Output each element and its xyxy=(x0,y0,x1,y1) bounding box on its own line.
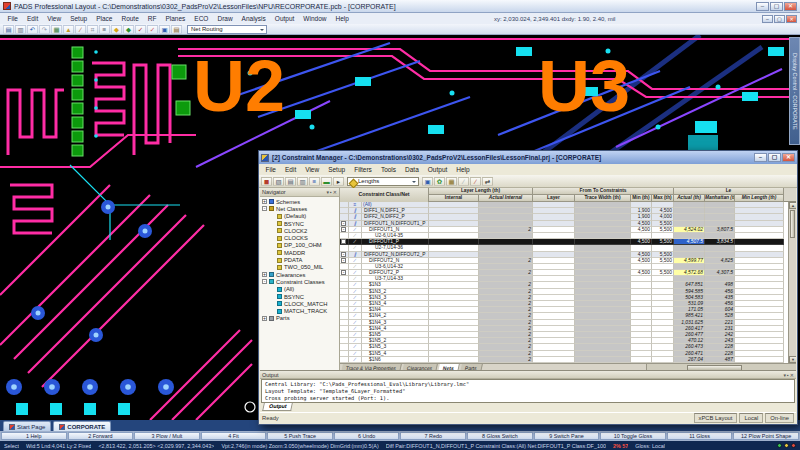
tree-item-bsync[interactable]: BSYNC xyxy=(262,220,339,227)
expand-icon[interactable]: + xyxy=(262,316,267,321)
cm-menu-tools[interactable]: Tools xyxy=(376,166,400,173)
navigator-pin-icon[interactable]: ▪ xyxy=(330,189,332,195)
cm-menu-output[interactable]: Output xyxy=(423,166,452,173)
tree-item-clearances[interactable]: +Clearances xyxy=(262,271,339,278)
menu-setup[interactable]: Setup xyxy=(66,15,92,22)
drc-check-icon[interactable]: ✓ xyxy=(135,25,146,34)
display-control-icon[interactable]: ▣ xyxy=(159,25,170,34)
sheet-row-1n6[interactable]: ∕$1N62267.04487 xyxy=(340,357,788,363)
menu-window[interactable]: Window xyxy=(299,15,331,22)
output-pin-icon[interactable]: ▪ xyxy=(787,372,789,378)
column-header-layer[interactable]: Layer xyxy=(533,195,575,202)
verify-icon[interactable]: ✿ xyxy=(434,177,445,186)
cm-menu-edit[interactable]: Edit xyxy=(280,166,300,173)
menu-place[interactable]: Place xyxy=(92,15,117,22)
menu-edit[interactable]: Edit xyxy=(22,15,42,22)
tree-item-maddr[interactable]: MADDR xyxy=(262,249,339,256)
fkey-2-forward[interactable]: 2 Forward xyxy=(68,432,134,440)
minimize-button[interactable]: – xyxy=(762,15,773,23)
column-header-min-th[interactable]: Min (th) xyxy=(631,195,652,202)
cm-menu-setup[interactable]: Setup xyxy=(324,166,350,173)
cell-name[interactable]: $1N6 xyxy=(362,357,429,363)
cell-internal[interactable] xyxy=(429,357,479,363)
filter-icon[interactable]: ▦ xyxy=(446,177,457,186)
menu-draw[interactable]: Draw xyxy=(213,15,237,22)
menu-rf[interactable]: RF xyxy=(143,15,161,22)
route-diamond-icon[interactable]: ◆ xyxy=(123,25,134,34)
close-button[interactable]: ✕ xyxy=(786,15,797,23)
sheet-vertical-scrollbar[interactable]: ▲ ▼ xyxy=(788,202,796,363)
cm-menu-view[interactable]: View xyxy=(301,166,324,173)
print-icon[interactable]: ▥ xyxy=(15,25,26,34)
tree-item-clock2[interactable]: CLOCK2 xyxy=(262,227,339,234)
cm-menu-help[interactable]: Help xyxy=(452,166,474,173)
cell-ai[interactable]: 2 xyxy=(479,357,533,363)
show-actuals-icon[interactable]: ▣ xyxy=(422,177,433,186)
collapse-icon[interactable]: - xyxy=(262,279,267,284)
collapse-icon[interactable]: - xyxy=(341,258,346,263)
tree-item-net-classes[interactable]: -Net Classes xyxy=(262,205,339,212)
route-icon[interactable]: ∕ xyxy=(75,25,86,34)
column-header-max-th[interactable]: Max (th) xyxy=(652,195,674,202)
fkey-9-switch-pane[interactable]: 9 Switch Pane xyxy=(534,432,600,440)
drc-review-icon[interactable]: ✓ xyxy=(147,25,158,34)
column-header-internal[interactable]: Internal xyxy=(429,195,479,202)
fkey-11-gloss[interactable]: 11 Gloss xyxy=(667,432,733,440)
restore-button[interactable]: ▢ xyxy=(774,15,785,23)
fkey-8-gloss-switch[interactable]: 8 Gloss Switch xyxy=(467,432,533,440)
menu-view[interactable]: View xyxy=(43,15,66,22)
cell-layer[interactable] xyxy=(533,357,575,363)
cut-icon[interactable]: ▧ xyxy=(273,177,284,186)
grid-icon[interactable]: ⌗ xyxy=(87,25,98,34)
scheme-combo[interactable]: Net Routing xyxy=(187,25,267,34)
tree-item-all[interactable]: (All) xyxy=(262,286,339,293)
column-header-trace-width-th[interactable]: Trace Width (th) xyxy=(575,195,631,202)
close-button[interactable]: ✕ xyxy=(782,153,795,162)
tree-item-dp-100-ohm[interactable]: DP_100_OHM xyxy=(262,242,339,249)
minimize-button[interactable]: – xyxy=(754,153,767,162)
menu-route[interactable]: Route xyxy=(117,15,143,22)
restore-button[interactable]: ▢ xyxy=(770,2,783,11)
probe-icon[interactable]: ∕ xyxy=(470,177,481,186)
link-icon[interactable]: ≡ xyxy=(309,177,320,186)
output-close-icon[interactable]: ✕ xyxy=(790,372,794,378)
menu-eco[interactable]: ECO xyxy=(190,15,213,22)
layers-icon[interactable]: ≡ xyxy=(99,25,110,34)
collapse-icon[interactable]: - xyxy=(341,239,346,244)
fkey-10-toggle-gloss[interactable]: 10 Toggle Gloss xyxy=(600,432,666,440)
paste-icon[interactable]: ▥ xyxy=(297,177,308,186)
collapse-icon[interactable]: - xyxy=(262,206,267,211)
collapse-icon[interactable]: - xyxy=(341,227,346,232)
expand-icon[interactable]: + xyxy=(262,199,267,204)
fkey-1-help[interactable]: 1 Help xyxy=(1,432,67,440)
tree-item-clocks[interactable]: CLOCKS xyxy=(262,234,339,241)
doc-tab-corporate[interactable]: CORPORATE xyxy=(53,421,111,431)
cell-max[interactable] xyxy=(652,357,674,363)
cell-ml[interactable] xyxy=(735,357,784,363)
undo-icon[interactable]: ↶ xyxy=(27,25,38,34)
tree-item-clock-match[interactable]: CLOCK_MATCH xyxy=(262,300,339,307)
cm-menu-filters[interactable]: Filters xyxy=(350,166,377,173)
cm-menu-data[interactable]: Data xyxy=(401,166,424,173)
scroll-thumb[interactable] xyxy=(790,210,795,238)
fkey-12-plow-point-shape[interactable]: 12 Plow Point Shape xyxy=(733,432,799,440)
fkey-6-undo[interactable]: 6 Undo xyxy=(334,432,400,440)
tree-item-constraint-classes[interactable]: -Constraint Classes xyxy=(262,278,339,285)
column-header-min-length-th[interactable]: Min Length (th) xyxy=(735,195,784,202)
menu-planes[interactable]: Planes xyxy=(161,15,190,22)
constraint-set-combo[interactable]: Lengths xyxy=(347,177,419,186)
collapse-icon[interactable]: - xyxy=(341,252,346,257)
display-icon[interactable]: ▬ xyxy=(321,177,332,186)
doc-tab-start-page[interactable]: Start Page xyxy=(3,421,51,431)
collapse-icon[interactable]: - xyxy=(341,221,346,226)
output-window-icon[interactable]: ▤ xyxy=(171,25,182,34)
tree-item-two-050-mil[interactable]: TWO_050_MIL xyxy=(262,264,339,271)
cell-actual[interactable]: 267.04 xyxy=(674,357,705,363)
close-button[interactable]: ✕ xyxy=(784,2,797,11)
expand-icon[interactable]: + xyxy=(262,272,267,277)
copy-icon[interactable]: ▤ xyxy=(285,177,296,186)
cell-man[interactable]: 487 xyxy=(705,357,735,363)
scroll-up-icon[interactable]: ▲ xyxy=(789,202,796,209)
close-cm-icon[interactable]: ◼ xyxy=(261,177,272,186)
tree-item-bsync[interactable]: BSYNC xyxy=(262,293,339,300)
